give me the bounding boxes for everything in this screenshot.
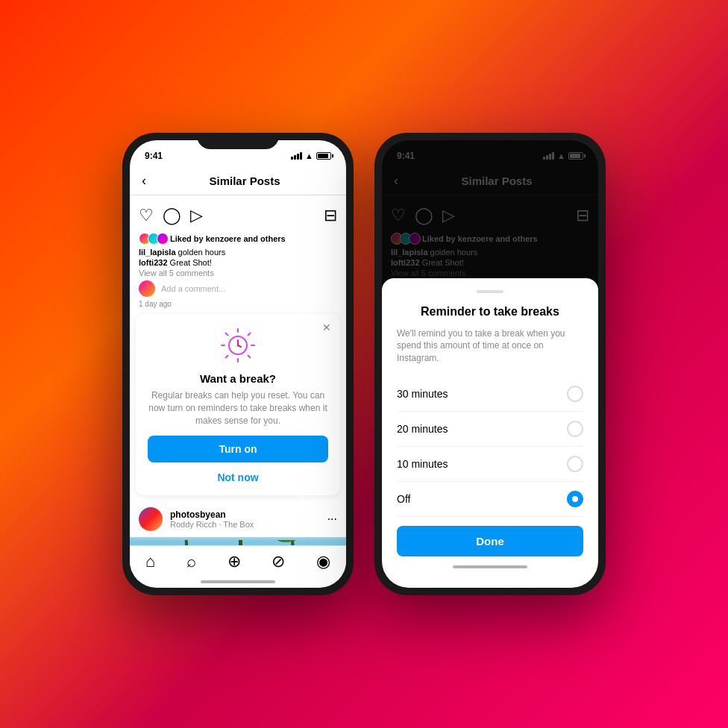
post-section: ♡ ◯ ▷ ⊟ Liked by kenzoere and others lil…: [130, 195, 346, 314]
home-indicator: [201, 580, 275, 583]
comments-link[interactable]: View all 5 comments: [139, 269, 337, 277]
caption-2: lofti232 Great Shot!: [139, 258, 337, 267]
comment-icon[interactable]: ◯: [163, 206, 181, 225]
comment-input-row: Add a comment...: [139, 280, 337, 297]
liked-text: Liked by kenzoere and others: [170, 234, 286, 243]
option-30min[interactable]: 30 minutes: [397, 377, 583, 412]
caption-text-1: golden hours: [176, 248, 226, 257]
break-card-description: Regular breaks can help you reset. You c…: [148, 389, 328, 427]
wifi-icon: ▲: [305, 151, 313, 160]
option-10min-radio[interactable]: [567, 456, 583, 472]
nav-title: Similar Posts: [155, 175, 334, 187]
post-avatar: [139, 507, 163, 531]
sheet-description: We'll remind you to take a break when yo…: [397, 327, 583, 365]
done-button[interactable]: Done: [397, 526, 583, 556]
option-10min[interactable]: 10 minutes: [397, 447, 583, 482]
nav-profile-icon[interactable]: ◉: [316, 552, 330, 571]
caption-user-2[interactable]: lofti232: [139, 258, 168, 267]
clock-icon-container: [148, 326, 328, 365]
avatar-3: [157, 233, 169, 245]
action-row: ♡ ◯ ▷ ⊟: [139, 201, 337, 230]
right-home-indicator: [453, 565, 527, 568]
svg-line-6: [248, 333, 251, 336]
nav-bar: ‹ Similar Posts: [130, 167, 346, 195]
sheet-handle: [477, 290, 503, 293]
share-icon[interactable]: ▷: [190, 206, 203, 225]
notch: [197, 133, 279, 149]
option-30min-radio[interactable]: [567, 386, 583, 402]
battery-icon: [316, 152, 331, 160]
svg-line-4: [226, 333, 228, 336]
option-10min-label: 10 minutes: [397, 458, 448, 470]
radio-selected-dot: [572, 496, 578, 502]
right-phone: 9:41 ▲ ‹ Similar Posts: [374, 133, 606, 595]
post-meta: photosbyean Roddy Ricch · The Box: [170, 509, 254, 529]
more-options-button[interactable]: ···: [327, 512, 337, 526]
comment-avatar: [139, 280, 155, 297]
caption-user-1[interactable]: lil_lapisla: [139, 248, 176, 257]
back-button[interactable]: ‹: [142, 173, 146, 189]
bottom-sheet: Reminder to take breaks We'll remind you…: [382, 278, 598, 588]
right-phone-screen: 9:41 ▲ ‹ Similar Posts: [382, 140, 598, 588]
nav-home-icon[interactable]: ⌂: [145, 552, 155, 571]
option-20min-label: 20 minutes: [397, 423, 448, 435]
option-off-radio[interactable]: [567, 491, 583, 507]
post-timestamp: 1 day ago: [139, 300, 337, 308]
svg-rect-13: [130, 540, 346, 545]
close-button[interactable]: ✕: [322, 321, 331, 333]
heart-icon[interactable]: ♡: [139, 206, 154, 225]
svg-point-11: [237, 345, 239, 347]
post-image: [130, 537, 346, 545]
sheet-title: Reminder to take breaks: [397, 305, 583, 318]
post-below: photosbyean Roddy Ricch · The Box ···: [130, 501, 346, 537]
status-time: 9:41: [145, 151, 163, 161]
nav-reels-icon[interactable]: ⊕: [228, 552, 241, 571]
break-reminder-card: ✕: [136, 314, 340, 495]
option-off[interactable]: Off: [397, 482, 583, 517]
not-now-button[interactable]: Not now: [148, 468, 328, 486]
phones-container: 9:41 ▲ ‹ Similar Posts: [122, 133, 606, 595]
svg-line-7: [226, 356, 228, 358]
caption-1: lil_lapisla golden hours: [139, 248, 337, 257]
liked-row: Liked by kenzoere and others: [139, 233, 337, 245]
nav-search-icon[interactable]: ⌕: [186, 552, 196, 571]
post-username[interactable]: photosbyean: [170, 509, 254, 520]
option-20min[interactable]: 20 minutes: [397, 412, 583, 447]
liked-avatars: [139, 233, 166, 245]
option-off-label: Off: [397, 493, 410, 505]
comment-placeholder[interactable]: Add a comment...: [161, 284, 225, 293]
bottom-nav: ⌂ ⌕ ⊕ ⊘ ◉: [130, 545, 346, 580]
post-subtitle: Roddy Ricch · The Box: [170, 520, 254, 529]
signal-icon: [291, 152, 302, 160]
bookmark-icon[interactable]: ⊟: [324, 206, 337, 225]
option-20min-radio[interactable]: [567, 421, 583, 437]
svg-line-5: [248, 356, 251, 358]
break-card-title: Want a break?: [148, 372, 328, 385]
option-30min-label: 30 minutes: [397, 388, 448, 400]
nav-shop-icon[interactable]: ⊘: [272, 552, 285, 571]
svg-line-19: [240, 540, 242, 545]
left-phone: 9:41 ▲ ‹ Similar Posts: [122, 133, 354, 595]
left-phone-screen: 9:41 ▲ ‹ Similar Posts: [130, 140, 346, 588]
status-icons: ▲: [291, 151, 331, 160]
clock-icon: [219, 326, 257, 365]
caption-text-2: Great Shot!: [168, 258, 212, 267]
turn-on-button[interactable]: Turn on: [148, 436, 328, 462]
